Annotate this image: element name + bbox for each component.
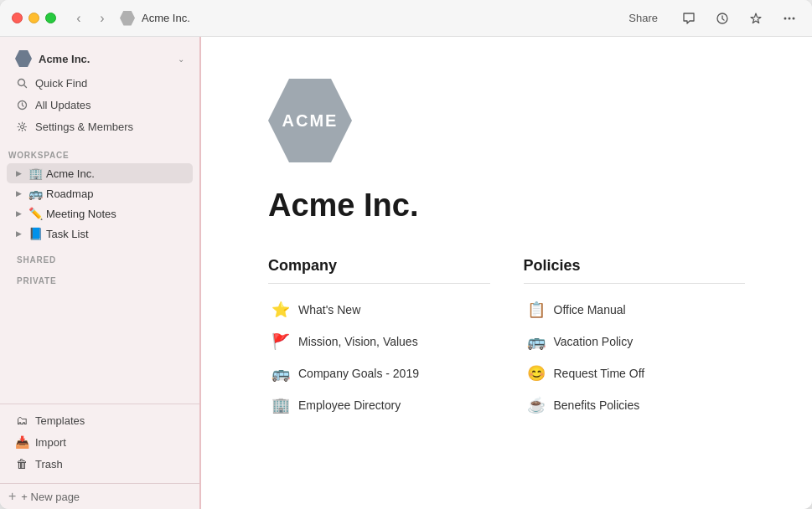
private-section-label: PRIVATE — [8, 268, 191, 289]
policies-heading: Policies — [524, 257, 746, 284]
company-items: ⭐ What's New 🚩 Mission, Vision, Values 🚌… — [268, 294, 490, 421]
content-grid: Company ⭐ What's New 🚩 Mission, Vision, … — [268, 257, 745, 421]
sidebar-item-roadmap[interactable]: ▶ 🚌 Roadmap — [7, 183, 193, 203]
maximize-button[interactable] — [45, 13, 56, 23]
workspace-tree: ▶ 🏢 Acme Inc. ▶ 🚌 Roadmap ▶ ✏️ Meeting N… — [0, 163, 199, 244]
link-company-goals[interactable]: 🚌 Company Goals - 2019 — [268, 357, 490, 389]
more-icon[interactable] — [778, 8, 800, 29]
settings-label: Settings & Members — [35, 121, 133, 133]
mission-label: Mission, Vision, Values — [298, 335, 418, 348]
employee-dir-label: Employee Directory — [298, 398, 401, 412]
tree-expand-icon: ▶ — [12, 227, 25, 240]
content-area-wrapper: ← ACME Acme Inc. Company — [201, 37, 812, 509]
arrow-indicator: ← — [201, 116, 203, 141]
titlebar-title: Acme Inc. — [142, 12, 190, 24]
company-heading: Company — [268, 257, 490, 284]
comment-icon[interactable] — [678, 8, 700, 29]
red-arrow-icon: ← — [201, 116, 203, 141]
history-icon[interactable] — [711, 8, 733, 29]
sidebar-item-settings[interactable]: Settings & Members — [8, 116, 191, 137]
link-vacation-policy[interactable]: 🚌 Vacation Policy — [524, 326, 746, 357]
share-button[interactable]: Share — [620, 8, 666, 28]
templates-icon: 🗂 — [15, 414, 28, 427]
nav-buttons: ‹ › — [70, 9, 111, 28]
vacation-policy-emoji: 🚌 — [527, 332, 546, 351]
sidebar-item-templates[interactable]: 🗂 Templates — [8, 409, 191, 431]
link-mission-vision[interactable]: 🚩 Mission, Vision, Values — [268, 326, 490, 357]
import-icon: 📥 — [15, 435, 28, 449]
vacation-policy-label: Vacation Policy — [554, 335, 634, 348]
main-content: ACME Acme Inc. Company ⭐ What's New — [201, 37, 812, 509]
minimize-button[interactable] — [28, 13, 39, 23]
acme-page-icon: 🏢 — [28, 167, 43, 180]
close-button[interactable] — [12, 13, 23, 23]
employee-dir-emoji: 🏢 — [272, 396, 290, 414]
new-page-button[interactable]: + + New page — [0, 483, 199, 509]
acme-logo-container: ACME — [268, 79, 745, 162]
link-office-manual[interactable]: 📋 Office Manual — [524, 294, 746, 326]
policies-column: Policies 📋 Office Manual 🚌 Vacation Poli… — [524, 257, 746, 421]
meeting-notes-label: Meeting Notes — [46, 208, 116, 220]
sidebar-item-acme-inc[interactable]: ▶ 🏢 Acme Inc. — [7, 163, 193, 183]
office-manual-label: Office Manual — [554, 303, 626, 316]
task-list-page-icon: 📘 — [28, 227, 43, 240]
shared-section: SHARED PRIVATE — [0, 244, 199, 292]
office-manual-emoji: 📋 — [527, 301, 546, 319]
trash-label: Trash — [35, 458, 63, 470]
acme-logo: ACME — [268, 79, 352, 162]
policies-items: 📋 Office Manual 🚌 Vacation Policy 😊 Requ… — [524, 294, 746, 421]
workspace-header[interactable]: Acme Inc. ⌄ — [8, 45, 191, 72]
sidebar-bottom: 🗂 Templates 📥 Import 🗑 Trash — [0, 404, 199, 483]
workspace-section-label: WORKSPACE — [0, 142, 199, 163]
svg-point-4 — [18, 79, 24, 85]
mission-emoji: 🚩 — [272, 332, 290, 351]
workspace-name: Acme Inc. — [39, 53, 171, 65]
sidebar-top: Acme Inc. ⌄ Quick Find — [0, 37, 199, 142]
link-request-time-off[interactable]: 😊 Request Time Off — [524, 357, 746, 389]
svg-point-1 — [784, 17, 787, 19]
back-button[interactable]: ‹ — [70, 9, 88, 28]
titlebar-actions: Share — [620, 8, 800, 29]
link-whats-new[interactable]: ⭐ What's New — [268, 294, 490, 326]
main-body: Acme Inc. ⌄ Quick Find — [0, 37, 812, 509]
gear-icon — [15, 120, 28, 133]
company-column: Company ⭐ What's New 🚩 Mission, Vision, … — [268, 257, 490, 421]
new-page-plus-icon: + — [8, 489, 16, 504]
page-title: Acme Inc. — [268, 188, 745, 224]
tree-expand-icon: ▶ — [12, 207, 25, 220]
workspace-logo — [15, 50, 32, 67]
sidebar-item-quick-find[interactable]: Quick Find — [8, 72, 191, 94]
quick-find-label: Quick Find — [35, 77, 87, 90]
whats-new-label: What's New — [298, 303, 360, 316]
sidebar-item-import[interactable]: 📥 Import — [8, 431, 191, 453]
import-label: Import — [35, 436, 66, 449]
whats-new-emoji: ⭐ — [272, 301, 290, 319]
sidebar-item-trash[interactable]: 🗑 Trash — [8, 453, 191, 475]
forward-button[interactable]: › — [93, 9, 111, 28]
shared-section-label: SHARED — [8, 247, 191, 268]
request-time-off-label: Request Time Off — [554, 367, 645, 380]
company-goals-label: Company Goals - 2019 — [298, 367, 419, 380]
sidebar-item-task-list[interactable]: ▶ 📘 Task List — [7, 224, 193, 244]
page-favicon — [120, 11, 135, 26]
star-icon[interactable] — [745, 8, 767, 29]
benefits-label: Benefits Policies — [554, 398, 640, 412]
tree-expand-icon: ▶ — [12, 167, 25, 180]
templates-label: Templates — [35, 414, 85, 427]
search-icon — [15, 76, 28, 90]
sidebar-item-meeting-notes[interactable]: ▶ ✏️ Meeting Notes — [7, 203, 193, 224]
svg-point-3 — [793, 17, 795, 19]
sidebar: Acme Inc. ⌄ Quick Find — [0, 37, 201, 509]
link-benefits-policies[interactable]: ☕ Benefits Policies — [524, 389, 746, 421]
benefits-emoji: ☕ — [527, 396, 546, 414]
chevron-down-icon: ⌄ — [178, 54, 184, 64]
roadmap-page-icon: 🚌 — [28, 187, 43, 200]
request-time-off-emoji: 😊 — [527, 364, 546, 383]
all-updates-label: All Updates — [35, 99, 91, 111]
meeting-notes-page-icon: ✏️ — [28, 207, 43, 220]
task-list-label: Task List — [46, 228, 89, 240]
link-employee-directory[interactable]: 🏢 Employee Directory — [268, 389, 490, 421]
acme-logo-text: ACME — [282, 111, 339, 131]
sidebar-item-all-updates[interactable]: All Updates — [8, 94, 191, 116]
tree-expand-icon: ▶ — [12, 187, 25, 200]
